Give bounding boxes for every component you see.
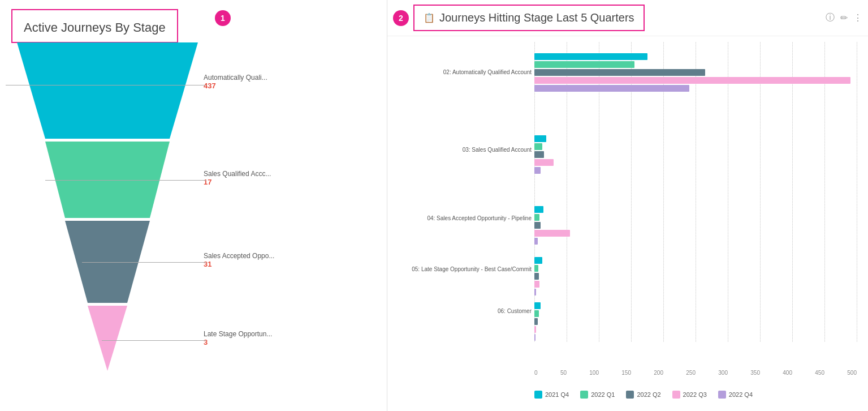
bar-04-q4-2022[interactable] — [534, 238, 538, 245]
funnel-stage-4[interactable] — [88, 306, 127, 371]
right-panel-title-box: 📋 Journeys Hitting Stage Last 5 Quarters — [413, 5, 645, 31]
x-label-250: 250 — [686, 370, 696, 376]
x-label-450: 450 — [815, 370, 824, 376]
chart-row-06: 06: Customer — [534, 302, 857, 341]
info-icon[interactable]: ⓘ — [826, 12, 835, 24]
x-label-300: 300 — [718, 370, 728, 376]
stage-name-2: Sales Qualified Accc... — [204, 170, 271, 178]
bar-04-q3-2022[interactable] — [534, 230, 570, 237]
bar-03-q3-2022[interactable] — [534, 159, 554, 166]
legend-color-2022q3 — [672, 391, 680, 399]
x-label-50: 50 — [560, 370, 567, 376]
legend-label-2022q4: 2022 Q4 — [729, 391, 753, 398]
bar-04-q4-2021[interactable] — [534, 206, 543, 213]
chart-legend: 2021 Q4 2022 Q1 2022 Q2 2022 Q3 2022 Q4 — [534, 391, 753, 399]
row-label-05: 05: Late Stage Opportunity - Best Case/C… — [390, 266, 532, 273]
bar-04-q2-2022[interactable] — [534, 222, 541, 229]
x-label-500: 500 — [847, 370, 857, 376]
grid-line-500 — [857, 42, 857, 342]
bar-06-q3-2022[interactable] — [534, 326, 536, 333]
more-icon[interactable]: ⋮ — [853, 12, 862, 23]
badge-1: 1 — [215, 10, 231, 26]
x-axis: 0 50 100 150 200 250 300 350 400 450 500 — [534, 370, 857, 376]
bar-03-q4-2021[interactable] — [534, 135, 546, 142]
stage-name-1: Automatically Quali... — [204, 74, 267, 82]
bar-05-q4-2022[interactable] — [534, 289, 536, 296]
bar-group-03 — [534, 135, 857, 174]
bar-group-02 — [534, 53, 857, 92]
bar-02-q2-2022[interactable] — [534, 69, 705, 76]
bar-06-q4-2022[interactable] — [534, 334, 536, 341]
bar-02-q4-2022[interactable] — [534, 85, 689, 92]
x-label-0: 0 — [534, 370, 538, 376]
stage-count-2: 17 — [204, 178, 271, 186]
bar-group-05 — [534, 257, 857, 296]
bar-05-q2-2022[interactable] — [534, 273, 539, 280]
connector-4 — [102, 340, 206, 341]
bar-06-q1-2022[interactable] — [534, 310, 539, 317]
bar-06-q4-2021[interactable] — [534, 302, 541, 309]
legend-color-2022q1 — [580, 391, 588, 399]
row-label-03: 03: Sales Qualified Account — [390, 147, 532, 153]
chart-icon: 📋 — [424, 12, 435, 23]
right-panel-actions: ⓘ ✏ ⋮ — [826, 12, 862, 24]
chart-row-04: 04: Sales Accepted Opportunity - Pipelin… — [534, 206, 857, 245]
bar-05-q1-2022[interactable] — [534, 265, 538, 272]
funnel-chart — [6, 42, 209, 405]
bar-03-q1-2022[interactable] — [534, 143, 542, 150]
edit-icon[interactable]: ✏ — [840, 12, 848, 23]
bar-03-q2-2022[interactable] — [534, 151, 544, 158]
bar-group-06 — [534, 302, 857, 341]
chart-row-02: 02: Automatically Qualified Account — [534, 53, 857, 92]
bar-04-q1-2022[interactable] — [534, 214, 539, 221]
stage-name-4: Late Stage Opportun... — [204, 330, 272, 338]
connector-1 — [6, 85, 206, 85]
bar-group-04 — [534, 206, 857, 245]
connector-3 — [82, 262, 206, 263]
bar-02-q1-2022[interactable] — [534, 61, 634, 68]
x-label-150: 150 — [621, 370, 631, 376]
row-label-06: 06: Customer — [390, 308, 532, 315]
stage-count-4: 3 — [204, 338, 272, 346]
legend-color-2022q4 — [718, 391, 726, 399]
left-panel-title: Active Journeys By Stage — [11, 9, 178, 43]
stage-label-4: Late Stage Opportun... 3 — [204, 330, 272, 346]
stage-label-1: Automatically Quali... 437 — [204, 74, 267, 90]
stage-label-2: Sales Qualified Accc... 17 — [204, 170, 271, 186]
bar-03-q4-2022[interactable] — [534, 167, 541, 174]
bar-06-q2-2022[interactable] — [534, 318, 538, 325]
x-label-100: 100 — [589, 370, 599, 376]
x-label-200: 200 — [654, 370, 663, 376]
bar-05-q4-2021[interactable] — [534, 257, 542, 264]
row-label-02: 02: Automatically Qualified Account — [390, 69, 532, 76]
chart-rows: 02: Automatically Qualified Account 03: … — [534, 42, 857, 342]
badge-2: 2 — [393, 10, 409, 26]
funnel-container: Automatically Quali... 437 Sales Qualifi… — [6, 42, 334, 405]
right-panel: 2 📋 Journeys Hitting Stage Last 5 Quarte… — [387, 0, 868, 411]
stage-count-1: 437 — [204, 82, 267, 90]
legend-item-2022q4: 2022 Q4 — [718, 391, 753, 399]
right-panel-title: Journeys Hitting Stage Last 5 Quarters — [439, 11, 634, 24]
legend-item-2022q3: 2022 Q3 — [672, 391, 707, 399]
row-label-04: 04: Sales Accepted Opportunity - Pipelin… — [390, 215, 532, 222]
legend-label-2022q2: 2022 Q2 — [637, 391, 660, 398]
legend-color-2021q4 — [534, 391, 542, 399]
funnel-stage-1[interactable] — [17, 42, 198, 139]
legend-label-2022q1: 2022 Q1 — [591, 391, 615, 398]
connector-2 — [45, 180, 206, 181]
right-panel-header: 2 📋 Journeys Hitting Stage Last 5 Quarte… — [387, 0, 868, 36]
stage-count-3: 31 — [204, 260, 274, 268]
chart-row-03: 03: Sales Qualified Account — [534, 135, 857, 174]
legend-label-2021q4: 2021 Q4 — [545, 391, 569, 398]
bar-02-q4-2021[interactable] — [534, 53, 647, 60]
chart-row-05: 05: Late Stage Opportunity - Best Case/C… — [534, 257, 857, 296]
x-label-350: 350 — [750, 370, 760, 376]
legend-item-2021q4: 2021 Q4 — [534, 391, 569, 399]
left-panel: Active Journeys By Stage 1 Automatically… — [0, 0, 387, 411]
stage-name-3: Sales Accepted Oppo... — [204, 252, 274, 260]
bar-chart-area: 02: Automatically Qualified Account 03: … — [387, 36, 868, 404]
bar-02-q3-2022[interactable] — [534, 77, 850, 84]
legend-color-2022q2 — [626, 391, 634, 399]
bar-05-q3-2022[interactable] — [534, 281, 539, 288]
legend-item-2022q1: 2022 Q1 — [580, 391, 615, 399]
